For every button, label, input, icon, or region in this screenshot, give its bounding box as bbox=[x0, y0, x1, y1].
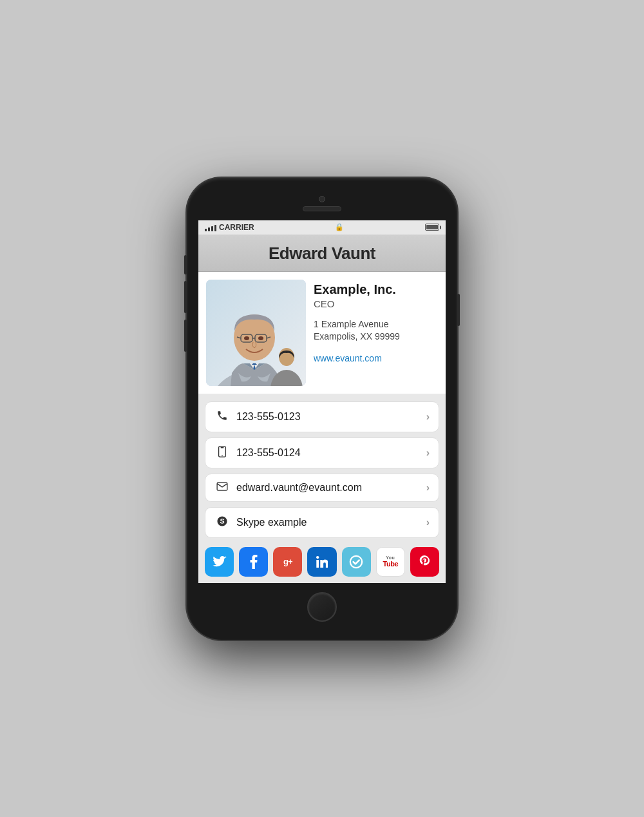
battery-icon bbox=[425, 224, 439, 231]
gplus-button[interactable]: g+ bbox=[273, 547, 302, 577]
signal-bars bbox=[205, 224, 216, 231]
contact-website[interactable]: www.evaunt.com bbox=[314, 353, 382, 363]
signal-bar-1 bbox=[205, 229, 207, 231]
carrier-label: CARRIER bbox=[219, 223, 254, 232]
skype-row[interactable]: Skype example › bbox=[205, 507, 439, 538]
pinterest-button[interactable] bbox=[410, 547, 439, 577]
facebook-button[interactable] bbox=[239, 547, 268, 577]
skype-chevron: › bbox=[426, 517, 430, 528]
signal-bar-3 bbox=[211, 226, 213, 231]
status-bar: CARRIER 🔒 bbox=[198, 220, 446, 235]
svg-point-13 bbox=[258, 336, 263, 340]
phone-mobile-row[interactable]: 123-555-0124 › bbox=[205, 437, 439, 468]
battery-fill bbox=[426, 225, 438, 229]
email-row[interactable]: edward.vaunt@evaunt.com › bbox=[205, 474, 439, 502]
youtube-inner: You Tube bbox=[383, 555, 398, 568]
power-button[interactable] bbox=[457, 294, 460, 326]
front-camera bbox=[319, 196, 325, 202]
signal-carrier: CARRIER bbox=[205, 223, 254, 232]
contact-card: Example, Inc. CEO 1 Example Avenue Examp… bbox=[198, 272, 446, 394]
mobile-icon bbox=[214, 446, 230, 460]
gplus-label: g+ bbox=[283, 557, 292, 566]
svg-point-12 bbox=[244, 336, 249, 340]
contact-photo-svg bbox=[206, 280, 306, 386]
contact-photo bbox=[206, 280, 306, 386]
email-icon bbox=[214, 482, 230, 494]
mute-button[interactable] bbox=[184, 255, 187, 274]
skype-username: Skype example bbox=[236, 517, 426, 528]
job-title: CEO bbox=[314, 298, 438, 309]
phone-screen: CARRIER 🔒 Edward Vaunt bbox=[198, 220, 446, 583]
linkedin-button[interactable] bbox=[307, 547, 336, 577]
volume-up-button[interactable] bbox=[184, 281, 187, 313]
company-name: Example, Inc. bbox=[314, 282, 438, 297]
skype-icon bbox=[214, 515, 230, 530]
signal-bar-4 bbox=[214, 225, 216, 231]
action-rows: 123-555-0123 › 123-555-0124 › bbox=[198, 401, 446, 538]
svg-rect-19 bbox=[217, 482, 227, 490]
contact-address: 1 Example Avenue Exampolis, XX 99999 bbox=[314, 318, 438, 343]
phone-icon bbox=[214, 410, 230, 424]
phone-work-row[interactable]: 123-555-0123 › bbox=[205, 401, 439, 432]
contact-name: Edward Vaunt bbox=[205, 244, 439, 264]
earpiece-speaker bbox=[303, 206, 341, 211]
phone-work-chevron: › bbox=[426, 411, 430, 423]
signal-bar-2 bbox=[208, 227, 210, 231]
phone-bottom bbox=[198, 583, 446, 628]
phone-work-number: 123-555-0123 bbox=[236, 411, 426, 423]
phone-top bbox=[198, 189, 446, 220]
youtube-text: Tube bbox=[383, 560, 398, 568]
contact-header: Edward Vaunt bbox=[198, 235, 446, 272]
address-line2: Exampolis, XX 99999 bbox=[314, 331, 400, 341]
youtube-label: You bbox=[386, 555, 395, 560]
contact-info: Example, Inc. CEO 1 Example Avenue Examp… bbox=[314, 280, 438, 386]
twitter-button[interactable] bbox=[205, 547, 234, 577]
phone-mobile-chevron: › bbox=[426, 447, 430, 459]
email-address: edward.vaunt@evaunt.com bbox=[236, 482, 426, 494]
side-buttons-left bbox=[184, 255, 187, 352]
phone-mobile-number: 123-555-0124 bbox=[236, 447, 426, 459]
check-button[interactable] bbox=[342, 547, 371, 577]
social-row: g+ You Tube bbox=[198, 538, 446, 583]
lock-icon: 🔒 bbox=[335, 223, 344, 231]
youtube-button[interactable]: You Tube bbox=[376, 547, 405, 577]
phone-frame: CARRIER 🔒 Edward Vaunt bbox=[187, 178, 457, 640]
address-line1: 1 Example Avenue bbox=[314, 319, 389, 329]
email-chevron: › bbox=[426, 482, 430, 494]
volume-down-button[interactable] bbox=[184, 320, 187, 352]
home-button[interactable] bbox=[307, 592, 337, 622]
svg-point-17 bbox=[222, 455, 223, 456]
